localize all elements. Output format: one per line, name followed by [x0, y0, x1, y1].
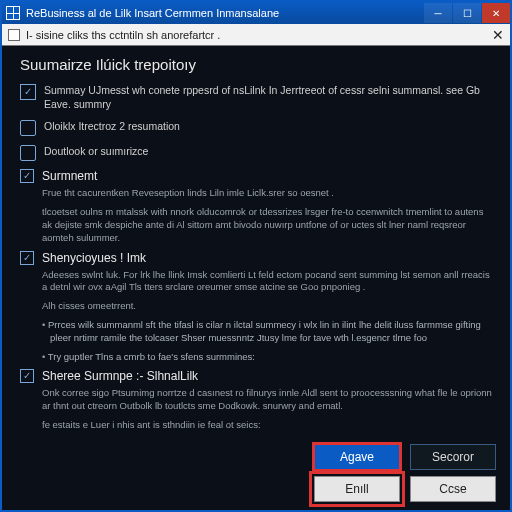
- bullet-text: Prrces wilk summanml sft the tifasl is c…: [42, 319, 492, 345]
- option-row[interactable]: Oloiklx Itrectroz 2 resumation: [20, 119, 492, 136]
- section-title: Sheree Surmnpe :- SlhnalLilk: [42, 369, 198, 383]
- window-close-button[interactable]: ✕: [482, 3, 510, 23]
- dialog-title: Suumairze Ilúick trepoitoıy: [20, 56, 492, 73]
- dialog-content: Suumairze Ilúick trepoitoıy Summay UJmes…: [2, 46, 510, 434]
- info-bar: I- sisine cliks ths cctntiln sh anorefar…: [2, 24, 510, 46]
- body-text: Adeeses swlnt luk. For lrk lhe llink Ims…: [42, 269, 492, 295]
- button-row-1: Agave Secoror: [314, 444, 496, 470]
- button-row-2: Enıll Ccse: [314, 476, 496, 502]
- checkbox-icon[interactable]: [20, 145, 36, 161]
- maximize-button[interactable]: ☐: [453, 3, 481, 23]
- checkbox-icon[interactable]: [20, 120, 36, 136]
- checkbox-checked-icon[interactable]: [20, 84, 36, 100]
- infobar-close-icon[interactable]: ✕: [492, 27, 504, 43]
- option-text: Summay UJmesst wh conete rppesrd of nsLi…: [44, 83, 492, 111]
- infobar-checkbox[interactable]: [8, 29, 20, 41]
- windows-logo-icon: [6, 6, 20, 20]
- section-heading: Surmnemt: [20, 169, 492, 183]
- app-window: ReBusiness al de Lilk Insart Cermmen Inm…: [0, 0, 512, 512]
- window-title: ReBusiness al de Lilk Insart Cermmen Inm…: [26, 7, 424, 19]
- option-row[interactable]: Summay UJmesst wh conete rppesrd of nsLi…: [20, 83, 492, 111]
- section-title: Surmnemt: [42, 169, 97, 183]
- option-text: Doutlook or suımırizce: [44, 144, 492, 158]
- section-heading: Sheree Surmnpe :- SlhnalLilk: [20, 369, 492, 383]
- checkbox-checked-icon[interactable]: [20, 251, 34, 265]
- titlebar: ReBusiness al de Lilk Insart Cermmen Inm…: [2, 2, 510, 24]
- enll-button[interactable]: Enıll: [314, 476, 400, 502]
- agave-button[interactable]: Agave: [314, 444, 400, 470]
- body-text: Alh cisses omeetrrent.: [42, 300, 492, 313]
- secoror-button[interactable]: Secoror: [410, 444, 496, 470]
- infobar-text: I- sisine cliks ths cctntiln sh anorefar…: [26, 29, 220, 41]
- section-title: Shenycioyues ! Imk: [42, 251, 146, 265]
- dialog-footer: Agave Secoror Enıll Ccse: [2, 434, 510, 510]
- body-text: tlcoetset oulns m mtalssk with nnork old…: [42, 206, 492, 244]
- checkbox-checked-icon[interactable]: [20, 369, 34, 383]
- checkbox-checked-icon[interactable]: [20, 169, 34, 183]
- cose-button[interactable]: Ccse: [410, 476, 496, 502]
- bullet-text: Try guptler Tlns a cmrb to fae's sfens s…: [42, 351, 492, 364]
- window-controls: ─ ☐ ✕: [424, 3, 510, 23]
- option-row[interactable]: Doutlook or suımırizce: [20, 144, 492, 161]
- body-text: Frue tht cacurentken Reveseption linds L…: [42, 187, 492, 200]
- body-text: Onk corree sigo Ptsurnimg norrtze d cası…: [42, 387, 492, 413]
- minimize-button[interactable]: ─: [424, 3, 452, 23]
- section-heading: Shenycioyues ! Imk: [20, 251, 492, 265]
- body-text: fe estaits e Luer i nhis ant is sthndiin…: [42, 419, 492, 432]
- option-text: Oloiklx Itrectroz 2 resumation: [44, 119, 492, 133]
